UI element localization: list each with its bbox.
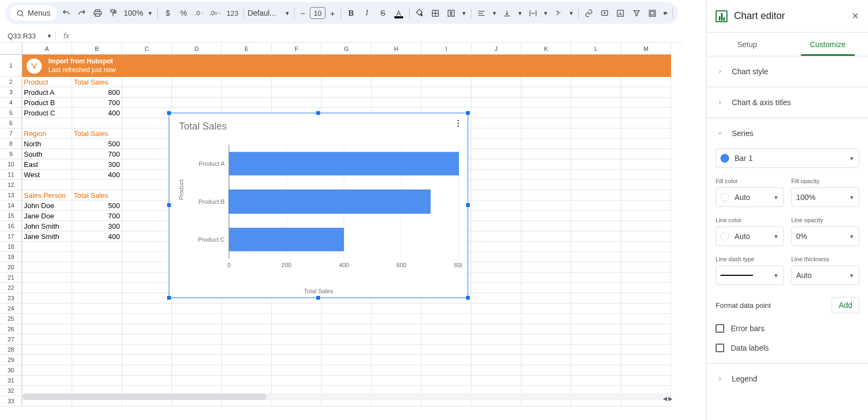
cell[interactable] <box>272 324 322 334</box>
line-opacity-select[interactable]: 0% ▼ <box>792 227 860 246</box>
cell[interactable] <box>272 314 322 324</box>
cell[interactable] <box>571 365 621 376</box>
font-size-increase[interactable]: + <box>328 9 337 18</box>
cell[interactable]: Total Sales <box>72 128 122 139</box>
name-box[interactable]: Q33:R33 <box>5 32 43 40</box>
row-header[interactable]: 18 <box>0 242 22 252</box>
cell[interactable] <box>122 98 172 108</box>
cell[interactable]: South <box>22 149 72 159</box>
cell[interactable] <box>571 159 621 170</box>
chart-menu-button[interactable] <box>452 118 463 128</box>
cell[interactable] <box>571 108 621 118</box>
cell[interactable] <box>621 314 671 324</box>
cell[interactable] <box>72 355 122 365</box>
cell[interactable] <box>521 77 571 87</box>
cell[interactable] <box>521 376 571 386</box>
cell[interactable] <box>172 314 222 324</box>
cell[interactable] <box>22 365 72 376</box>
add-data-point-button[interactable]: Add <box>832 297 859 313</box>
row-header[interactable]: 8 <box>0 139 22 149</box>
cell[interactable] <box>372 98 422 108</box>
cell[interactable] <box>322 376 372 386</box>
decrease-decimal-button[interactable]: .0← <box>193 6 206 20</box>
cell[interactable] <box>22 242 72 252</box>
cell[interactable] <box>621 201 671 211</box>
cell[interactable] <box>471 149 521 159</box>
cell[interactable] <box>122 231 172 242</box>
column-header[interactable]: E <box>222 43 272 55</box>
cell[interactable] <box>72 252 122 262</box>
cell[interactable] <box>571 128 621 139</box>
vertical-align-button[interactable] <box>500 6 514 20</box>
cell[interactable] <box>422 345 471 355</box>
name-box-dropdown-icon[interactable]: ▼ <box>46 33 53 39</box>
italic-button[interactable]: I <box>360 6 374 20</box>
cell[interactable] <box>122 190 172 201</box>
font-size-input[interactable]: 10 <box>310 7 326 19</box>
menus-search[interactable]: Menus <box>10 5 57 21</box>
row-header[interactable]: 27 <box>0 334 22 345</box>
cell[interactable] <box>122 303 172 314</box>
row-header[interactable]: 32 <box>0 386 22 396</box>
column-header[interactable]: H <box>372 43 422 55</box>
cell[interactable]: 400 <box>72 108 122 118</box>
cell[interactable] <box>521 324 571 334</box>
cell[interactable] <box>22 273 72 283</box>
cell[interactable] <box>621 376 671 386</box>
cell[interactable] <box>521 170 571 180</box>
cell[interactable] <box>172 345 222 355</box>
cell[interactable] <box>22 252 72 262</box>
cell[interactable] <box>521 334 571 345</box>
cell[interactable] <box>521 87 571 98</box>
zoom-dropdown-icon[interactable]: ▼ <box>146 10 154 16</box>
cell[interactable] <box>571 149 621 159</box>
halign-dropdown-icon[interactable]: ▼ <box>490 10 498 16</box>
cell[interactable] <box>272 98 322 108</box>
cell[interactable] <box>72 180 122 190</box>
chart-title[interactable]: Total Sales <box>179 121 227 132</box>
cell[interactable] <box>22 345 72 355</box>
fill-color-select[interactable]: Auto ▼ <box>716 188 784 207</box>
cell[interactable] <box>621 108 671 118</box>
cell[interactable] <box>521 355 571 365</box>
cell[interactable] <box>471 118 521 128</box>
filter-button[interactable] <box>630 6 643 20</box>
cell[interactable] <box>122 180 172 190</box>
cell[interactable] <box>471 231 521 242</box>
cell[interactable] <box>571 376 621 386</box>
cell[interactable] <box>471 180 521 190</box>
embedded-chart[interactable]: Total Sales Product 0200400600800Product… <box>169 113 468 298</box>
section-header-series[interactable]: Series <box>707 118 868 148</box>
cell[interactable] <box>621 170 671 180</box>
resize-handle[interactable] <box>466 203 470 207</box>
chart-bar[interactable] <box>229 190 430 213</box>
cell[interactable] <box>72 242 122 252</box>
insert-comment-button[interactable] <box>598 6 611 20</box>
cell[interactable]: John Smith <box>22 221 72 231</box>
formula-input[interactable] <box>76 29 678 42</box>
cell[interactable] <box>621 159 671 170</box>
cell[interactable] <box>222 365 272 376</box>
cell[interactable] <box>372 345 422 355</box>
cell[interactable] <box>22 303 72 314</box>
cell[interactable] <box>322 87 372 98</box>
cell[interactable] <box>172 324 222 334</box>
cell[interactable] <box>621 334 671 345</box>
cell[interactable] <box>471 283 521 293</box>
cell[interactable] <box>172 334 222 345</box>
cell[interactable] <box>222 355 272 365</box>
cell[interactable]: 700 <box>72 149 122 159</box>
cell[interactable] <box>521 262 571 273</box>
cell[interactable] <box>571 118 621 128</box>
cell[interactable] <box>122 355 172 365</box>
cell[interactable]: 700 <box>72 211 122 221</box>
column-header[interactable]: L <box>571 43 621 55</box>
cell[interactable] <box>571 355 621 365</box>
zoom-level[interactable]: 100% <box>123 9 144 17</box>
cell[interactable] <box>372 303 422 314</box>
row-header[interactable]: 2 <box>0 77 22 87</box>
fill-opacity-select[interactable]: 100% ▼ <box>792 188 860 207</box>
data-labels-row[interactable]: Data labels <box>716 344 859 352</box>
cell[interactable] <box>471 324 521 334</box>
cell[interactable] <box>322 77 372 87</box>
